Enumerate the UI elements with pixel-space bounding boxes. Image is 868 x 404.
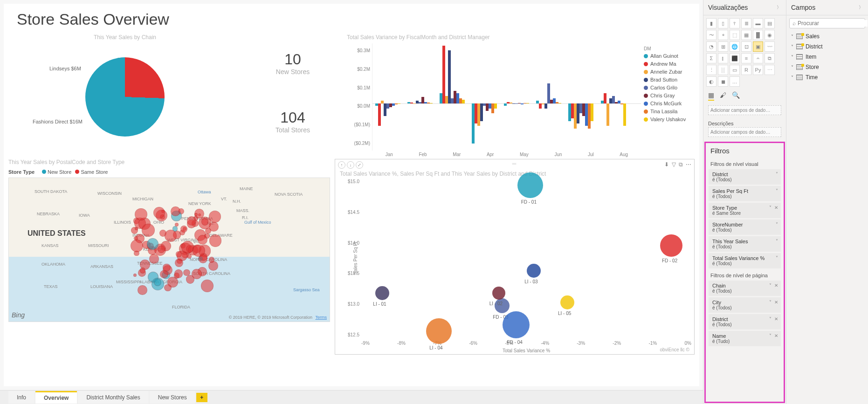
bar-legend-item[interactable]: Valery Ushakov (644, 116, 692, 122)
viz-type-icon[interactable]: ▣ (753, 41, 763, 52)
more-icon[interactable]: ⋯ (686, 161, 691, 168)
filter-card[interactable]: Name é (Tudo) ˅✕ (709, 331, 781, 346)
filter-icon[interactable]: ▽ (672, 161, 676, 168)
bar-legend-item[interactable]: Chris Gray (644, 93, 692, 98)
collapse-viz-icon[interactable]: 〉 (777, 4, 781, 11)
bar-legend-item[interactable]: Chris McGurk (644, 101, 692, 106)
scatter-bubble[interactable] (660, 234, 682, 257)
field-well-values[interactable]: Adicionar campos de dado… (708, 105, 781, 115)
scatter-bubble[interactable] (503, 311, 530, 338)
viz-type-icon[interactable]: R (741, 65, 751, 75)
viz-type-icon[interactable]: ≡ (741, 53, 751, 63)
filter-card[interactable]: City é (Todos) ˅✕ (709, 297, 781, 313)
filter-card[interactable]: Total Sales Variance % é (Todos) ˅ (709, 253, 781, 268)
viz-type-icon[interactable]: ◉ (765, 30, 775, 40)
filter-card[interactable]: District é (Todos) ˅ (709, 169, 781, 185)
viz-type-icon[interactable]: 𝄐 (753, 53, 763, 63)
page-tab[interactable]: New Stores (150, 391, 195, 404)
scatter-bubble[interactable] (492, 287, 505, 300)
viz-type-icon[interactable]: ≣ (741, 18, 751, 28)
chevron-down-icon[interactable]: ˅ (776, 188, 778, 193)
bar-chart-visual[interactable]: Total Sales Variance by FiscalMonth and … (344, 34, 695, 151)
chevron-down-icon[interactable]: ˅ (776, 222, 778, 227)
bar-legend-item[interactable]: Brad Sutton (644, 77, 692, 82)
bar-legend-item[interactable]: Andrew Ma (644, 61, 692, 67)
viz-type-icon[interactable]: ⬛ (730, 53, 740, 63)
bar-legend-item[interactable]: Allan Guinot (644, 53, 692, 59)
scatter-visual[interactable]: ═ ↑ ↓ ⤢ ⬇ ▽ ⧉ ⋯ Total Sales Variance %, … (335, 159, 695, 355)
drill-down-icon[interactable]: ↓ (347, 161, 354, 169)
viz-type-icon[interactable]: ▭ (730, 65, 740, 75)
field-table[interactable]: ˅Store (786, 62, 868, 72)
drill-up-icon[interactable]: ↑ (338, 161, 345, 169)
viz-type-icon[interactable]: ▯ (718, 18, 728, 28)
field-well-tooltips[interactable]: Adicionar campos de dado… (708, 127, 781, 137)
viz-type-icon[interactable]: ⊡ (741, 41, 751, 52)
viz-type-icon[interactable]: Py (753, 65, 763, 75)
clear-filter-icon[interactable]: ✕ (774, 333, 778, 338)
chevron-down-icon[interactable]: ˅ (769, 300, 772, 305)
chevron-down-icon[interactable]: ˅ (769, 333, 772, 338)
viz-type-icon[interactable]: ▬ (753, 18, 763, 28)
viz-type-icon[interactable]: 🌐 (730, 41, 740, 52)
viz-type-icon[interactable]: ◔ (706, 41, 716, 52)
bar-legend-item[interactable]: Carlos Grilo (644, 85, 692, 90)
field-table[interactable]: ˅Time (786, 72, 868, 82)
scatter-bubble[interactable] (375, 286, 389, 300)
viz-type-icon[interactable]: ◼ (718, 76, 728, 87)
viz-type-icon[interactable]: ⫿ (718, 53, 728, 63)
add-page-button[interactable]: + (196, 393, 207, 402)
viz-type-icon[interactable]: ▮ (706, 18, 716, 28)
format-tab-icon[interactable]: 🖌 (720, 91, 726, 101)
visual-grip[interactable]: ═ (512, 160, 517, 167)
viz-type-icon[interactable]: ⋮ (706, 65, 716, 75)
scatter-bubble[interactable] (527, 264, 541, 278)
page-tab[interactable]: Overview (35, 391, 77, 404)
bar-legend-item[interactable]: Tina Lassila (644, 109, 692, 114)
viz-type-icon[interactable]: ░ (718, 65, 728, 75)
viz-type-icon[interactable]: 〰 (765, 41, 775, 52)
clear-filter-icon[interactable]: ✕ (774, 300, 778, 305)
bar-legend-item[interactable]: Annelie Zubar (644, 69, 692, 75)
filter-card[interactable]: This Year Sales é (Todos) ˅ (709, 236, 781, 252)
pie-chart-visual[interactable]: This Year Sales by Chain Lindseys $6M Fa… (8, 34, 241, 151)
page-tab[interactable]: Info (8, 391, 34, 404)
viz-type-icon[interactable]: ◐ (706, 76, 716, 87)
map-visual[interactable]: This Year Sales by PostalCode and Store … (8, 159, 330, 355)
viz-type-icon[interactable]: Σ (706, 53, 716, 63)
chevron-down-icon[interactable]: ˅ (769, 316, 772, 322)
filter-card[interactable]: Sales Per Sq Ft é (Todos) ˅ (709, 186, 781, 201)
chevron-down-icon[interactable]: ˅ (769, 205, 772, 210)
fields-search[interactable]: ⌕ (789, 18, 865, 28)
viz-type-icon[interactable]: █ (753, 30, 763, 40)
fields-tab-icon[interactable]: ▦ (708, 91, 714, 101)
viz-type-icon[interactable]: ⊞ (718, 41, 728, 52)
chevron-down-icon[interactable]: ˅ (769, 283, 772, 288)
field-table[interactable]: ˅District (786, 41, 868, 52)
viz-type-icon[interactable]: … (730, 76, 740, 87)
chevron-down-icon[interactable]: ˅ (776, 239, 778, 244)
page-tab[interactable]: District Monthly Sales (78, 391, 148, 404)
map-legend-item[interactable]: Same Store (71, 169, 108, 175)
filter-card[interactable]: District é (Todos) ˅✕ (709, 314, 781, 329)
filter-card[interactable]: Chain é (Todos) ˅✕ (709, 281, 781, 296)
export-icon[interactable]: ⬇ (664, 161, 669, 168)
viz-type-icon[interactable]: ⋯ (765, 65, 775, 75)
clear-filter-icon[interactable]: ✕ (774, 316, 778, 322)
fields-search-input[interactable] (798, 20, 868, 27)
clear-filter-icon[interactable]: ✕ (774, 205, 778, 210)
viz-type-icon[interactable]: ▦ (741, 30, 751, 40)
viz-type-icon[interactable]: ⬚ (730, 30, 740, 40)
clear-filter-icon[interactable]: ✕ (774, 283, 778, 288)
chevron-down-icon[interactable]: ˅ (776, 255, 778, 260)
expand-icon[interactable]: ⤢ (356, 161, 363, 169)
filter-card[interactable]: Store Type é Same Store ˅✕ (709, 203, 781, 218)
collapse-fields-icon[interactable]: 〉 (859, 4, 863, 11)
focus-icon[interactable]: ⧉ (679, 161, 683, 168)
scatter-bubble[interactable] (426, 318, 452, 344)
map-terms-link[interactable]: Terms (316, 315, 327, 320)
scatter-bubble[interactable] (517, 172, 543, 198)
viz-type-icon[interactable]: ⫯ (730, 18, 740, 28)
filter-card[interactable]: StoreNumber é (Todos) ˅ (709, 219, 781, 235)
map-legend-item[interactable]: New Store (38, 169, 71, 175)
